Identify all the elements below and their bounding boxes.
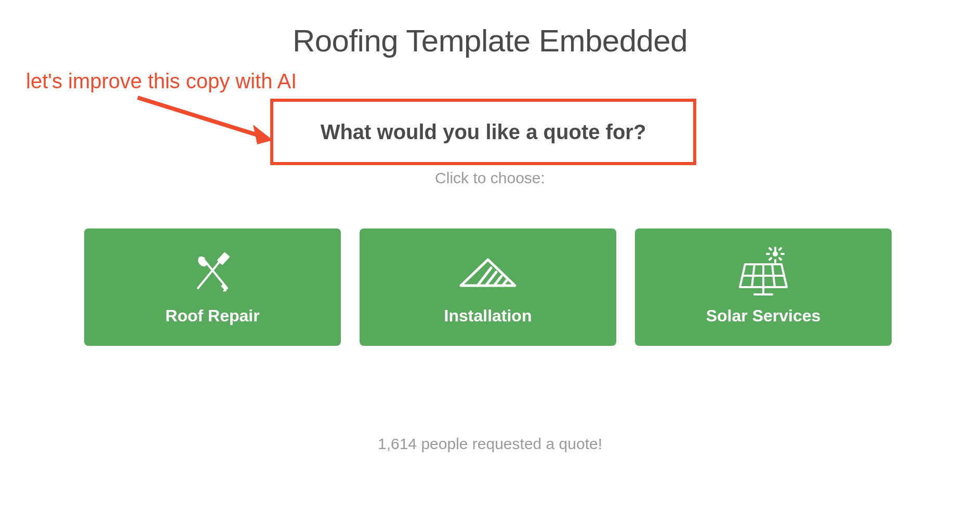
svg-line-4 [204,260,227,288]
option-solar-services[interactable]: Solar Services [635,228,892,346]
svg-line-17 [779,258,781,260]
svg-line-7 [494,276,501,286]
svg-line-14 [770,248,771,250]
question-highlight-box: What would you like a quote for? [270,99,696,165]
svg-point-9 [773,251,778,256]
question-text: What would you like a quote for? [321,120,646,144]
solar-panel-icon [735,249,792,296]
arrow-icon [133,92,283,155]
svg-line-0 [138,98,262,137]
tools-icon [189,249,236,296]
option-installation[interactable]: Installation [360,228,616,346]
options-row: Roof Repair Installation [84,228,892,346]
svg-line-21 [772,264,775,287]
option-label: Installation [444,306,532,326]
svg-line-19 [752,264,754,287]
option-label: Solar Services [706,306,821,326]
question-subtitle: Click to choose: [0,169,980,187]
page-title: Roofing Template Embedded [0,23,980,59]
roof-icon [457,249,519,296]
svg-line-15 [779,248,781,250]
stats-text: 1,614 people requested a quote! [0,435,980,453]
annotation-text: let's improve this copy with AI [26,70,297,93]
option-roof-repair[interactable]: Roof Repair [84,228,341,346]
svg-line-16 [770,258,771,260]
option-label: Roof Repair [165,306,259,326]
